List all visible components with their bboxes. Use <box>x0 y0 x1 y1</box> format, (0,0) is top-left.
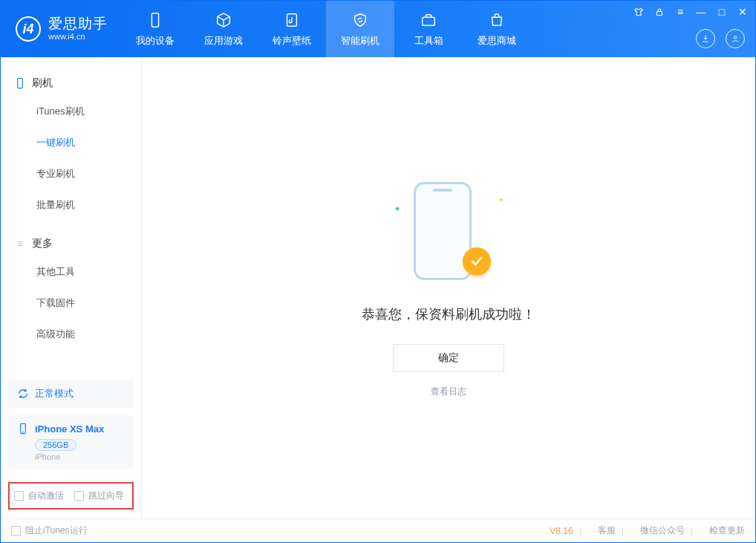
skip-guide-checkbox[interactable]: 跳过向导 <box>74 490 124 502</box>
list-icon: ≡ <box>14 238 26 250</box>
device-name: iPhone XS Max <box>35 423 104 435</box>
logo-icon: i4 <box>16 16 41 42</box>
checkbox-box <box>14 491 24 501</box>
tab-label: 智能刷机 <box>341 34 379 48</box>
wechat-link[interactable]: 微信公众号 <box>640 524 685 537</box>
sidebar-item-advanced[interactable]: 高级功能 <box>1 319 141 350</box>
checkbox-label: 跳过向导 <box>88 490 124 502</box>
sidebar-item-pro-flash[interactable]: 专业刷机 <box>1 158 141 189</box>
tab-label: 应用游戏 <box>204 34 243 48</box>
svg-rect-3 <box>657 11 662 15</box>
mode-label: 正常模式 <box>35 387 74 400</box>
mode-card[interactable]: 正常模式 <box>8 380 134 408</box>
svg-rect-0 <box>151 13 158 27</box>
logo: i4 爱思助手 www.i4.cn <box>1 1 121 57</box>
auto-activate-checkbox[interactable]: 自动激活 <box>14 490 64 502</box>
sidebar-item-other-tools[interactable]: 其他工具 <box>1 256 141 287</box>
sidebar-item-batch-flash[interactable]: 批量刷机 <box>1 189 141 221</box>
svg-rect-2 <box>423 17 435 25</box>
close-button[interactable]: ✕ <box>736 5 749 19</box>
tab-ringtone[interactable]: 铃声壁纸 <box>258 1 326 57</box>
header-right-icons <box>696 29 745 48</box>
sync-icon <box>17 388 29 400</box>
tab-label: 铃声壁纸 <box>273 34 311 48</box>
sidebar-item-itunes-flash[interactable]: iTunes刷机 <box>1 96 141 127</box>
sidebar-section-flash: 刷机 <box>1 71 141 96</box>
tab-store[interactable]: 爱思商城 <box>463 1 531 57</box>
view-log-link[interactable]: 查看日志 <box>431 386 466 398</box>
refresh-shield-icon <box>351 10 370 30</box>
checkbox-label: 自动激活 <box>28 490 64 502</box>
app-window: i4 爱思助手 www.i4.cn 我的设备 应用游戏 铃声壁纸 智能刷机 <box>0 0 756 543</box>
sidebar-item-firmware[interactable]: 下载固件 <box>1 287 141 319</box>
tab-my-device[interactable]: 我的设备 <box>121 1 189 57</box>
download-button[interactable] <box>696 29 715 48</box>
block-itunes-checkbox[interactable]: 阻止iTunes运行 <box>11 524 88 537</box>
bottom-options-highlight: 自动激活 跳过向导 <box>8 482 134 510</box>
tab-label: 爱思商城 <box>478 34 516 48</box>
tab-flash[interactable]: 智能刷机 <box>326 1 394 57</box>
sidebar-item-oneclick-flash[interactable]: 一键刷机 <box>1 127 141 158</box>
device-icon <box>146 10 165 30</box>
checkbox-box <box>11 526 21 536</box>
tshirt-icon[interactable] <box>632 5 645 19</box>
body: 刷机 iTunes刷机 一键刷机 专业刷机 批量刷机 ≡ 更多 其他工具 下载固… <box>1 57 755 518</box>
tab-label: 工具箱 <box>414 34 443 48</box>
checkbox-label: 阻止iTunes运行 <box>25 524 88 537</box>
top-tabs: 我的设备 应用游戏 铃声壁纸 智能刷机 工具箱 爱思商城 <box>121 1 531 57</box>
svg-point-7 <box>23 432 24 432</box>
device-card[interactable]: iPhone XS Max 256GB iPhone <box>8 415 134 469</box>
svg-point-4 <box>734 36 737 39</box>
user-button[interactable] <box>726 29 745 48</box>
maximize-button[interactable]: □ <box>715 5 729 19</box>
footer: 阻止iTunes运行 V8.16 | 客服 | 微信公众号 | 检查更新 <box>1 518 755 542</box>
main-content: 恭喜您，保资料刷机成功啦！ 确定 查看日志 <box>142 57 755 518</box>
success-message: 恭喜您，保资料刷机成功啦！ <box>362 305 535 323</box>
sidebar: 刷机 iTunes刷机 一键刷机 专业刷机 批量刷机 ≡ 更多 其他工具 下载固… <box>1 57 142 518</box>
section-label: 刷机 <box>32 77 53 90</box>
cube-icon <box>214 10 233 30</box>
toolbox-icon <box>419 10 438 30</box>
phone-icon <box>14 77 26 89</box>
success-illustration <box>400 178 497 289</box>
header: i4 爱思助手 www.i4.cn 我的设备 应用游戏 铃声壁纸 智能刷机 <box>1 1 755 57</box>
sidebar-section-more: ≡ 更多 <box>1 231 141 256</box>
tab-label: 我的设备 <box>136 34 175 48</box>
app-name-cn: 爱思助手 <box>48 16 108 32</box>
minimize-button[interactable]: — <box>694 5 708 19</box>
svg-rect-5 <box>18 78 23 88</box>
window-controls: ≡ — □ ✕ <box>632 5 749 19</box>
device-type: iPhone <box>35 452 125 461</box>
device-capacity: 256GB <box>35 439 76 451</box>
ok-button[interactable]: 确定 <box>393 344 504 372</box>
device-icon <box>17 423 29 435</box>
version-label: V8.16 <box>550 526 573 536</box>
menu-icon[interactable]: ≡ <box>674 5 687 19</box>
bag-icon <box>487 10 506 30</box>
lock-icon[interactable] <box>653 5 666 19</box>
music-file-icon <box>282 10 302 30</box>
checkbox-box <box>74 491 84 501</box>
check-update-link[interactable]: 检查更新 <box>709 524 745 537</box>
tab-apps[interactable]: 应用游戏 <box>189 1 258 57</box>
tab-toolbox[interactable]: 工具箱 <box>394 1 463 57</box>
app-name-en: www.i4.cn <box>48 32 108 42</box>
check-badge-icon <box>463 247 491 276</box>
support-link[interactable]: 客服 <box>598 524 616 537</box>
section-label: 更多 <box>32 237 53 250</box>
